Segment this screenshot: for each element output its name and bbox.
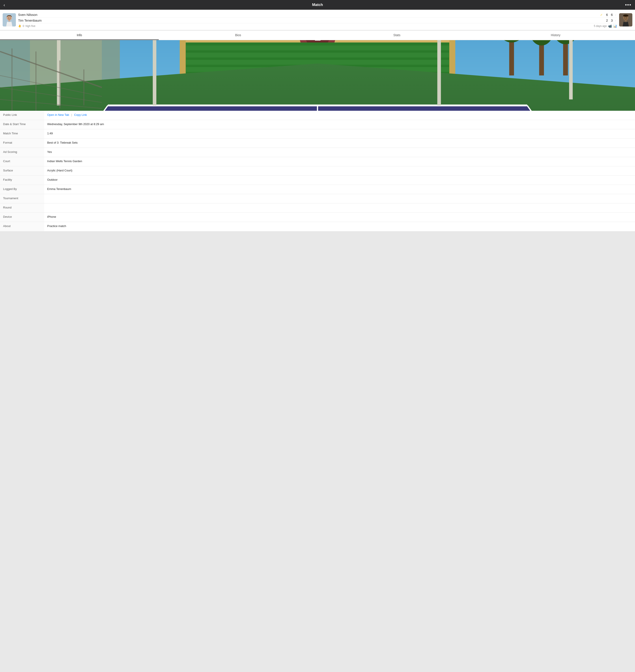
high-five-count: 0	[23, 24, 24, 27]
svg-rect-27	[509, 40, 514, 76]
player1-set3: ·	[614, 13, 617, 17]
ad-scoring-label: Ad Scoring	[0, 148, 44, 157]
info-table: Public Link Open in New Tab | Copy Link …	[0, 111, 635, 231]
court-label: Court	[0, 157, 44, 166]
open-in-new-tab-link[interactable]: Open in New Tab	[47, 113, 69, 117]
public-link-value[interactable]: Open in New Tab | Copy Link	[44, 111, 635, 120]
logged-by-row: Logged By Emma Tenenbaum	[0, 185, 635, 194]
page-title: Match	[312, 3, 323, 7]
ad-scoring-value: Yes	[44, 148, 635, 157]
time-ago: 5 days ago	[594, 24, 607, 27]
ad-scoring-row: Ad Scoring Yes	[0, 148, 635, 157]
tab-info[interactable]: Info	[0, 31, 159, 40]
player2-avatar	[619, 13, 632, 26]
svg-rect-55	[569, 40, 573, 100]
copy-link-button[interactable]: Copy Link	[74, 113, 87, 117]
format-value: Best of 3: Tiebreak Sets	[44, 139, 635, 148]
date-value: Wednesday, September 9th 2020 at 8:29 am	[44, 120, 635, 129]
facility-row: Facility Outdoor	[0, 175, 635, 185]
svg-rect-8	[625, 20, 627, 21]
format-label: Format	[0, 139, 44, 148]
winner-checkmark: ✓	[600, 13, 603, 17]
court-photo: 1	[0, 40, 635, 111]
high-five-icon: 🤚	[18, 24, 21, 27]
about-row: About Practice match	[0, 222, 635, 231]
svg-point-9	[625, 18, 625, 18]
player1-set1: 6	[605, 13, 609, 17]
tab-stats[interactable]: Stats	[318, 31, 476, 40]
tournament-row: Tournament	[0, 194, 635, 204]
player2-set3: ·	[614, 19, 617, 22]
round-label: Round	[0, 204, 44, 212]
player2-name: Tim Tenenbaum	[18, 19, 600, 22]
device-label: Device	[0, 213, 44, 222]
tournament-label: Tournament	[0, 194, 44, 203]
match-card: Sven Nilsson ✓ 6 6 · Tim Tenenbaum 2 3 ·…	[0, 10, 635, 30]
svg-rect-53	[437, 40, 441, 105]
surface-row: Surface Acrylic (Hard Court)	[0, 166, 635, 175]
svg-rect-2	[8, 20, 10, 21]
player2-set2: 3	[609, 19, 614, 22]
device-value: iPhone	[44, 213, 635, 222]
about-value: Practice match	[44, 222, 635, 231]
stats-icon: 📊	[613, 24, 617, 28]
back-button[interactable]: ‹	[3, 2, 5, 7]
public-link-label: Public Link	[0, 111, 44, 120]
video-icon: 📹	[608, 24, 612, 28]
player1-set2: 6	[609, 13, 614, 17]
device-row: Device iPhone	[0, 213, 635, 222]
svg-point-7	[623, 15, 628, 17]
match-time-label: Match Time	[0, 129, 44, 138]
surface-label: Surface	[0, 166, 44, 175]
surface-value: Acrylic (Hard Court)	[44, 166, 635, 175]
link-separator: |	[71, 113, 72, 117]
top-nav-bar: ‹ Match •••	[0, 0, 635, 10]
svg-point-3	[8, 18, 9, 18]
player1-row: Sven Nilsson ✓ 6 6 ·	[18, 12, 617, 18]
court-row: Court Indian Wells Tennis Garden	[0, 157, 635, 166]
date-label: Date & Start Time	[0, 120, 44, 129]
tab-bios[interactable]: Bios	[159, 31, 318, 40]
facility-label: Facility	[0, 175, 44, 185]
player1-avatar	[3, 13, 16, 26]
round-row: Round	[0, 204, 635, 213]
player1-name: Sven Nilsson	[18, 13, 600, 17]
logged-by-value: Emma Tenenbaum	[44, 185, 635, 194]
date-row: Date & Start Time Wednesday, September 9…	[0, 120, 635, 129]
match-meta: 🤚 0 high five 5 days ago 📹 📊	[18, 24, 617, 28]
content-area: 1	[0, 40, 635, 231]
svg-point-10	[627, 18, 627, 18]
svg-rect-51	[153, 40, 156, 105]
logged-by-label: Logged By	[0, 185, 44, 194]
svg-rect-23	[185, 45, 449, 50]
round-value	[44, 204, 635, 212]
match-info: Sven Nilsson ✓ 6 6 · Tim Tenenbaum 2 3 ·…	[18, 12, 617, 28]
public-link-row: Public Link Open in New Tab | Copy Link	[0, 111, 635, 120]
svg-point-4	[10, 18, 10, 18]
format-row: Format Best of 3: Tiebreak Sets	[0, 139, 635, 148]
tab-bar: Info Bios Stats History	[0, 31, 635, 40]
svg-rect-31	[563, 40, 568, 76]
court-value: Indian Wells Tennis Garden	[44, 157, 635, 166]
player2-row: Tim Tenenbaum 2 3 ·	[18, 18, 617, 23]
tournament-value	[44, 194, 635, 203]
tab-history[interactable]: History	[476, 31, 635, 40]
more-options-button[interactable]: •••	[625, 2, 632, 8]
player2-set1: 2	[605, 19, 609, 22]
match-time-value: 1:49	[44, 129, 635, 138]
facility-value: Outdoor	[44, 175, 635, 185]
match-time-row: Match Time 1:49	[0, 129, 635, 139]
svg-rect-24	[185, 53, 449, 58]
about-label: About	[0, 222, 44, 231]
high-five-label: high five	[26, 24, 36, 27]
